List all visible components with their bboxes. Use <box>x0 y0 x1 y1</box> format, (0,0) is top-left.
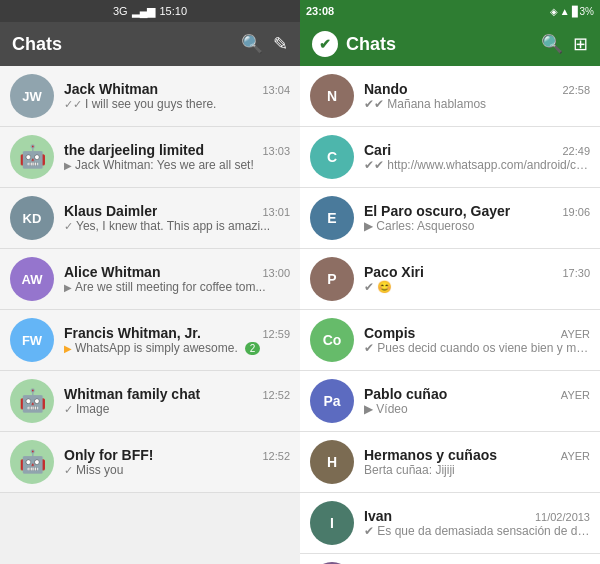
chat-name: Klaus Daimler <box>64 203 157 219</box>
avatar: 🤖 <box>10 379 54 423</box>
chat-time: 12:59 <box>262 328 290 340</box>
chat-item-right-3[interactable]: P Paco Xiri 17:30 ✔ 😊 <box>300 249 600 310</box>
chat-info: the darjeeling limited 13:03 ▶ Jack Whit… <box>64 142 290 172</box>
chat-info: Francis Whitman, Jr. 12:59 ▶ WhatsApp is… <box>64 325 290 355</box>
left-app-title: Chats <box>12 34 62 55</box>
avatar-new: E <box>310 196 354 240</box>
chat-list-right: N Nando 22:58 ✔✔ Mañana hablamos C Cari … <box>300 66 600 564</box>
chat-name-new: Compis <box>364 325 415 341</box>
chat-item-left-6[interactable]: 🤖 Only for BFF! 12:52 ✓ Miss you <box>0 432 300 493</box>
chat-time: 12:52 <box>262 450 290 462</box>
signal-icon-right: ▲ <box>560 6 570 17</box>
app-bar-right: ✔ Chats 🔍 ⊞ <box>300 22 600 66</box>
chat-time: 13:00 <box>262 267 290 279</box>
time-left: 15:10 <box>159 5 187 17</box>
right-panel: N Nando 22:58 ✔✔ Mañana hablamos C Cari … <box>300 66 600 564</box>
chat-item-left-0[interactable]: JW Jack Whitman 13:04 ✓✓ I will see you … <box>0 66 300 127</box>
chat-name-new: Hermanos y cuñaos <box>364 447 497 463</box>
chat-preview: ✓ Image <box>64 402 290 416</box>
chat-time-new: AYER <box>561 389 590 401</box>
chat-preview: ▶ WhatsApp is simply awesome. 2 <box>64 341 290 355</box>
chat-item-right-4[interactable]: Co Compis AYER ✔ Pues decid cuando os vi… <box>300 310 600 371</box>
chat-time: 13:01 <box>262 206 290 218</box>
avatar-new: H <box>310 440 354 484</box>
chat-name: Francis Whitman, Jr. <box>64 325 201 341</box>
avatar-new: N <box>310 74 354 118</box>
chat-time: 13:04 <box>262 84 290 96</box>
chat-name: Whitman family chat <box>64 386 200 402</box>
chat-time: 13:03 <box>262 145 290 157</box>
chat-item-right-6[interactable]: H Hermanos y cuñaos AYER Berta cuñaa: Ji… <box>300 432 600 493</box>
chat-time-new: 22:58 <box>562 84 590 96</box>
right-app-title: Chats <box>346 34 396 55</box>
chat-preview: ▶ Jack Whitman: Yes we are all set! <box>64 158 290 172</box>
chat-item-left-1[interactable]: 🤖 the darjeeling limited 13:03 ▶ Jack Wh… <box>0 127 300 188</box>
chat-item-right-7[interactable]: I Ivan 11/02/2013 ✔ Es que da demasiada … <box>300 493 600 554</box>
chat-name-new: Pablo cuñao <box>364 386 447 402</box>
battery-icon: ▊3% <box>572 6 594 17</box>
chat-preview-new: Berta cuñaa: Jijiji <box>364 463 590 477</box>
chat-time-new: 17:30 <box>562 267 590 279</box>
chat-info-new: Pablo cuñao AYER ▶ Vídeo <box>364 386 590 416</box>
chat-info-new: Hermanos y cuñaos AYER Berta cuñaa: Jiji… <box>364 447 590 477</box>
chat-name: Alice Whitman <box>64 264 160 280</box>
avatar-new: C <box>310 135 354 179</box>
chat-item-left-3[interactable]: AW Alice Whitman 13:00 ▶ Are we still me… <box>0 249 300 310</box>
chat-item-left-4[interactable]: FW Francis Whitman, Jr. 12:59 ▶ WhatsApp… <box>0 310 300 371</box>
chat-preview-new: ✔✔ Mañana hablamos <box>364 97 590 111</box>
chat-time-new: 22:49 <box>562 145 590 157</box>
avatar-new: I <box>310 501 354 545</box>
signal-bars: ▂▄▆ <box>132 5 156 18</box>
chat-item-left-2[interactable]: KD Klaus Daimler 13:01 ✓ Yes, I knew tha… <box>0 188 300 249</box>
chat-info: Jack Whitman 13:04 ✓✓ I will see you guy… <box>64 81 290 111</box>
chat-preview-new: ▶ Carles: Asqueroso <box>364 219 590 233</box>
chat-info-new: Nando 22:58 ✔✔ Mañana hablamos <box>364 81 590 111</box>
avatar-new: Co <box>310 318 354 362</box>
chat-name-new: Paco Xiri <box>364 264 424 280</box>
edit-button-left[interactable]: ✎ <box>273 33 288 55</box>
chat-preview: ✓ Miss you <box>64 463 290 477</box>
compose-button[interactable]: ⊞ <box>573 33 588 55</box>
chat-preview-new: ✔ 😊 <box>364 280 590 294</box>
chat-name-new: El Paro oscuro, Gayer <box>364 203 510 219</box>
chat-info: Alice Whitman 13:00 ▶ Are we still meeti… <box>64 264 290 294</box>
chat-item-right-8[interactable]: S Sorianin 10/02/2013 <box>300 554 600 564</box>
chat-item-right-0[interactable]: N Nando 22:58 ✔✔ Mañana hablamos <box>300 66 600 127</box>
chat-time-new: 11/02/2013 <box>535 511 590 523</box>
avatar: 🤖 <box>10 135 54 179</box>
avatar: FW <box>10 318 54 362</box>
avatar: JW <box>10 74 54 118</box>
avatar: 🤖 <box>10 440 54 484</box>
chat-preview: ✓✓ I will see you guys there. <box>64 97 290 111</box>
chat-preview-new: ✔ Pues decid cuando os viene bien y me l… <box>364 341 590 355</box>
chat-item-right-2[interactable]: E El Paro oscuro, Gayer 19:06 ▶ Carles: … <box>300 188 600 249</box>
chat-info: Klaus Daimler 13:01 ✓ Yes, I knew that. … <box>64 203 290 233</box>
chat-item-right-5[interactable]: Pa Pablo cuñao AYER ▶ Vídeo <box>300 371 600 432</box>
chat-preview-new: ✔ Es que da demasiada sensación de desan… <box>364 524 590 538</box>
left-panel: JW Jack Whitman 13:04 ✓✓ I will see you … <box>0 66 300 564</box>
chat-name-new: Cari <box>364 142 391 158</box>
chat-item-left-5[interactable]: 🤖 Whitman family chat 12:52 ✓ Image <box>0 371 300 432</box>
status-bar-left: 3G ▂▄▆ 15:10 <box>0 0 300 22</box>
time-right: 23:08 <box>306 5 334 17</box>
chat-info: Whitman family chat 12:52 ✓ Image <box>64 386 290 416</box>
chat-preview-new: ✔✔ http://www.whatsapp.com/android/curre… <box>364 158 590 172</box>
wifi-icon: ◈ <box>550 6 558 17</box>
chat-name-new: Nando <box>364 81 408 97</box>
search-button-right[interactable]: 🔍 <box>541 33 563 55</box>
chat-info-new: El Paro oscuro, Gayer 19:06 ▶ Carles: As… <box>364 203 590 233</box>
avatar-new: Pa <box>310 379 354 423</box>
search-button-left[interactable]: 🔍 <box>241 33 263 55</box>
signal-indicator: 3G <box>113 5 128 17</box>
chat-preview: ▶ Are we still meeting for coffee tom... <box>64 280 290 294</box>
chat-time-new: AYER <box>561 328 590 340</box>
unread-badge: 2 <box>245 342 261 355</box>
chat-info-new: Ivan 11/02/2013 ✔ Es que da demasiada se… <box>364 508 590 538</box>
chat-item-right-1[interactable]: C Cari 22:49 ✔✔ http://www.whatsapp.com/… <box>300 127 600 188</box>
chat-info-new: Compis AYER ✔ Pues decid cuando os viene… <box>364 325 590 355</box>
chat-info: Only for BFF! 12:52 ✓ Miss you <box>64 447 290 477</box>
avatar: KD <box>10 196 54 240</box>
avatar-new: P <box>310 257 354 301</box>
chat-name: the darjeeling limited <box>64 142 204 158</box>
chat-preview: ✓ Yes, I knew that. This app is amazi... <box>64 219 290 233</box>
